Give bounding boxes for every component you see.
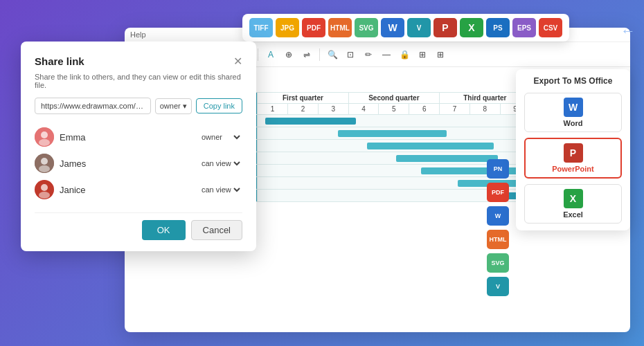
format-ps-btn[interactable]: PS (486, 18, 510, 37)
export-title: Export To MS Office (524, 76, 622, 86)
gantt-q1: First quarter (258, 93, 348, 104)
side-icon-html[interactable]: HTML (487, 230, 509, 249)
link-role-select[interactable]: owner ▾ (155, 98, 192, 114)
side-icon-pdf[interactable]: PDF (487, 183, 509, 202)
user-row-janice: Janice can viewownercan edit (35, 176, 242, 203)
ok-button[interactable]: OK (142, 220, 186, 240)
format-html-btn[interactable]: HTML (328, 18, 352, 37)
share-dialog: Share link ✕ Share the link to others, a… (21, 42, 256, 251)
toolbar-link-icon[interactable]: ⊕ (282, 48, 296, 62)
dialog-footer: OK Cancel (35, 212, 242, 240)
format-svg-btn[interactable]: SVG (355, 18, 378, 37)
dialog-description: Share the link to others, and they can v… (35, 73, 242, 89)
month-3: 3 (318, 104, 348, 115)
side-icon-visio[interactable]: V (487, 277, 509, 296)
user-left-emma: Emma (35, 127, 86, 147)
gantt-q2: Second quarter (348, 93, 439, 104)
svg-point-5 (39, 165, 50, 172)
export-word-item[interactable]: W Word (524, 93, 622, 132)
toolbar-pen-icon[interactable]: ✏ (361, 48, 375, 62)
dialog-title: Share link (35, 55, 84, 67)
export-word-inner: W Word (532, 98, 614, 127)
export-options: W Word P PowerPoint X Excel (524, 93, 622, 224)
export-excel-inner: X Excel (532, 189, 614, 219)
close-icon[interactable]: ✕ (233, 56, 242, 67)
format-jpg-btn[interactable]: JPG (276, 18, 299, 37)
export-excel-item[interactable]: X Excel (524, 184, 622, 224)
side-icon-word[interactable]: W (487, 206, 509, 226)
toolbar-lock-icon[interactable]: 🔒 (397, 48, 411, 62)
user-left-james: James (35, 154, 86, 173)
month-5: 5 (379, 104, 409, 115)
toolbar-divider1 (258, 48, 258, 61)
export-ppt-item[interactable]: P PowerPoint (524, 138, 622, 179)
cancel-button[interactable]: Cancel (191, 220, 242, 240)
format-pdf-btn[interactable]: PDF (302, 18, 325, 37)
link-row: https://www.edrawmax.com/online/fil owne… (35, 98, 242, 114)
user-name-janice: Janice (60, 185, 86, 195)
format-excel-btn[interactable]: X (460, 18, 483, 37)
avatar-emma (35, 127, 54, 147)
copy-link-button[interactable]: Copy link (196, 98, 242, 113)
role-select-janice[interactable]: can viewownercan edit (199, 185, 242, 194)
format-eps-btn[interactable]: EPS (512, 18, 536, 37)
export-ppt-label: PowerPoint (552, 165, 594, 173)
month-1: 1 (258, 104, 288, 115)
dialog-header: Share link ✕ (35, 55, 242, 67)
month-2: 2 (288, 104, 319, 115)
svg-point-4 (41, 158, 48, 165)
format-ppt-btn[interactable]: P (433, 18, 457, 37)
avatar-james (35, 154, 54, 173)
share-link-input[interactable]: https://www.edrawmax.com/online/fil (35, 98, 151, 114)
avatar-janice (35, 180, 54, 199)
role-select-emma[interactable]: ownercan viewcan edit (199, 132, 242, 142)
svg-point-7 (41, 184, 48, 191)
toolbar-zoom-out-icon[interactable]: ⊡ (343, 48, 357, 62)
export-ppt-inner: P PowerPoint (533, 143, 614, 173)
format-word-btn[interactable]: W (381, 18, 404, 37)
excel-icon: X (564, 189, 583, 208)
side-icon-pn[interactable]: PN (487, 159, 509, 179)
format-csv-btn[interactable]: CSV (539, 18, 562, 37)
left-side-icons: PN PDF W HTML SVG V (487, 159, 509, 296)
svg-point-8 (39, 192, 50, 199)
user-name-james: James (60, 158, 86, 169)
svg-point-1 (41, 131, 48, 138)
export-panel: Export To MS Office W Word P PowerPoint … (516, 69, 630, 230)
export-excel-label: Excel (563, 210, 583, 219)
month-7: 7 (440, 104, 470, 115)
help-label: Help (130, 30, 146, 39)
svg-point-2 (39, 139, 50, 146)
toolbar-fill-icon[interactable]: A (264, 48, 278, 62)
user-row-emma: Emma ownercan viewcan edit (35, 124, 242, 150)
user-left-janice: Janice (35, 180, 86, 199)
toolbar-screen-icon[interactable]: ⊞ (415, 48, 429, 62)
toolbar-divider2 (319, 48, 320, 61)
side-icon-svg[interactable]: SVG (487, 253, 509, 273)
ppt-icon: P (564, 143, 583, 163)
user-name-emma: Emma (60, 132, 86, 143)
export-word-label: Word (564, 119, 583, 127)
toolbar-grid-icon[interactable]: ⊞ (433, 48, 447, 62)
format-visio-btn[interactable]: V (407, 18, 431, 37)
format-toolbar: TIFF JPG PDF HTML SVG W V P X PS EPS CSV (242, 14, 569, 42)
month-4: 4 (348, 104, 379, 115)
user-row-james: James can viewownercan edit (35, 150, 242, 176)
arrow-indicator: ← (620, 22, 636, 40)
role-select-james[interactable]: can viewownercan edit (199, 158, 242, 168)
toolbar-connect-icon[interactable]: ⇌ (300, 48, 314, 62)
format-tiff-btn[interactable]: TIFF (249, 18, 273, 37)
month-8: 8 (469, 104, 500, 115)
month-6: 6 (409, 104, 440, 115)
toolbar-zoom-in-icon[interactable]: 🔍 (325, 48, 339, 62)
toolbar-minus-icon[interactable]: — (379, 48, 393, 62)
word-icon: W (564, 98, 583, 117)
